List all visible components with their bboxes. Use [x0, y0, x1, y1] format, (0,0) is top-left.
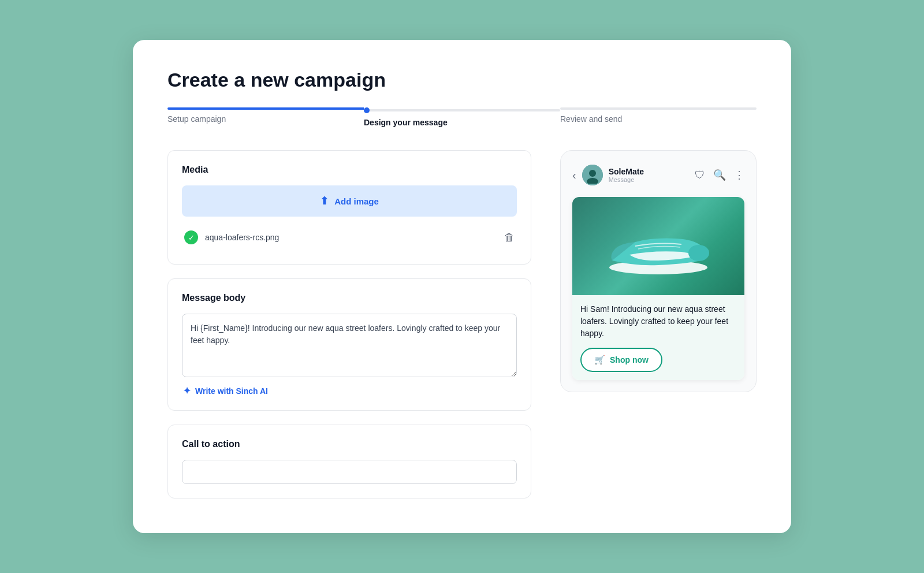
- cta-section: Call to action: [167, 425, 531, 498]
- shoe-image: [572, 197, 744, 295]
- sender-avatar: [582, 165, 603, 185]
- page-title: Create a new campaign: [167, 69, 757, 91]
- search-icon[interactable]: 🔍: [713, 169, 726, 181]
- message-preview-text: Hi Sam! Introducing our new aqua street …: [580, 303, 736, 340]
- message-body-section: Message body Hi {First_Name}! Introducin…: [167, 278, 531, 411]
- step2-bar-gray: [370, 109, 560, 111]
- add-image-button[interactable]: ⬆ Add image: [182, 185, 517, 217]
- step3-label: Review and send: [560, 114, 757, 124]
- content-area: Media ⬆ Add image ✓ aqua-loafers-rcs.png…: [167, 150, 757, 498]
- cta-title: Call to action: [182, 439, 517, 449]
- left-panel: Media ⬆ Add image ✓ aqua-loafers-rcs.png…: [167, 150, 531, 498]
- message-body-textarea[interactable]: Hi {First_Name}! Introducing our new aqu…: [182, 314, 517, 377]
- step-1: Setup campaign: [167, 107, 364, 124]
- step-3: Review and send: [560, 107, 757, 124]
- svg-point-0: [589, 170, 596, 177]
- sender-name: SoleMate: [609, 167, 689, 176]
- shop-now-label: Shop now: [610, 355, 649, 364]
- back-arrow-icon[interactable]: ‹: [572, 169, 576, 182]
- sender-sub: Message: [609, 176, 689, 183]
- svg-point-3: [688, 245, 709, 261]
- progress-section: Setup campaign Design your message Revie…: [167, 107, 757, 127]
- avatar-inner: [582, 165, 603, 185]
- ai-write-button[interactable]: ✦ Write with Sinch AI: [182, 385, 269, 396]
- add-image-label: Add image: [334, 196, 379, 206]
- phone-header: ‹ SoleMate Message: [572, 162, 744, 188]
- message-text-area: Hi Sam! Introducing our new aqua street …: [572, 295, 744, 380]
- file-check-icon: ✓: [184, 230, 198, 244]
- media-section: Media ⬆ Add image ✓ aqua-loafers-rcs.png…: [167, 150, 531, 265]
- file-row: ✓ aqua-loafers-rcs.png 🗑: [182, 225, 517, 250]
- message-body-title: Message body: [182, 293, 517, 303]
- phone-actions: 🛡 🔍 ⋮: [695, 169, 744, 181]
- phone-preview: ‹ SoleMate Message: [560, 150, 757, 392]
- cart-icon: 🛒: [594, 355, 605, 365]
- step3-bar-gray: [560, 107, 757, 110]
- avatar-icon: [584, 166, 601, 184]
- upload-icon: ⬆: [320, 195, 329, 207]
- step2-label: Design your message: [364, 118, 560, 127]
- step-2: Design your message: [364, 107, 560, 127]
- shoe-svg: [601, 214, 716, 278]
- main-card: Create a new campaign Setup campaign Des…: [133, 40, 791, 533]
- sender-info: SoleMate Message: [609, 167, 689, 183]
- cta-input[interactable]: [182, 460, 517, 484]
- delete-icon[interactable]: 🗑: [504, 232, 515, 244]
- svg-point-1: [587, 178, 598, 184]
- ai-sparkle-icon: ✦: [183, 385, 191, 396]
- step1-bar-filled: [167, 107, 364, 110]
- verified-icon: 🛡: [695, 169, 705, 181]
- message-bubble: Hi Sam! Introducing our new aqua street …: [572, 197, 744, 380]
- more-options-icon[interactable]: ⋮: [734, 169, 744, 181]
- phone-preview-panel: ‹ SoleMate Message: [560, 150, 757, 392]
- step2-dot: [364, 107, 370, 113]
- file-name: aqua-loafers-rcs.png: [205, 233, 497, 242]
- step1-label: Setup campaign: [167, 114, 364, 124]
- shop-now-button[interactable]: 🛒 Shop now: [580, 348, 662, 372]
- media-title: Media: [182, 165, 517, 175]
- ai-write-label: Write with Sinch AI: [195, 386, 268, 396]
